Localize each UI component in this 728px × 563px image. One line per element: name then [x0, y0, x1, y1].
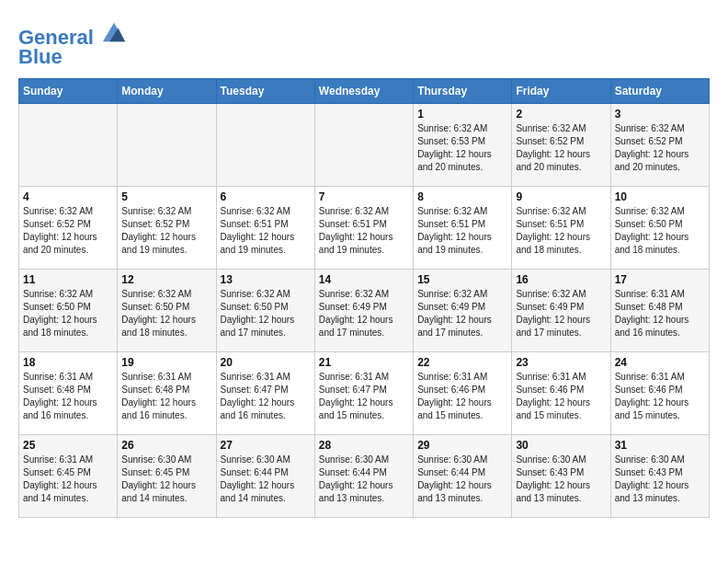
day-info: Sunrise: 6:30 AM Sunset: 6:44 PM Dayligh…: [319, 454, 409, 505]
calendar-cell: 27Sunrise: 6:30 AM Sunset: 6:44 PM Dayli…: [216, 435, 314, 518]
calendar-cell: 10Sunrise: 6:32 AM Sunset: 6:50 PM Dayli…: [610, 187, 709, 270]
week-row-5: 25Sunrise: 6:31 AM Sunset: 6:45 PM Dayli…: [19, 435, 710, 518]
day-number: 1: [417, 108, 507, 121]
logo-icon: [101, 18, 127, 44]
day-number: 25: [23, 439, 113, 452]
day-number: 31: [615, 439, 705, 452]
day-info: Sunrise: 6:31 AM Sunset: 6:48 PM Dayligh…: [121, 371, 211, 422]
day-info: Sunrise: 6:30 AM Sunset: 6:44 PM Dayligh…: [221, 454, 311, 505]
day-number: 5: [121, 190, 211, 203]
day-number: 11: [23, 273, 113, 286]
day-info: Sunrise: 6:32 AM Sunset: 6:49 PM Dayligh…: [417, 288, 507, 339]
day-number: 28: [319, 439, 409, 452]
day-info: Sunrise: 6:32 AM Sunset: 6:52 PM Dayligh…: [615, 122, 705, 174]
day-info: Sunrise: 6:32 AM Sunset: 6:51 PM Dayligh…: [417, 205, 507, 257]
day-number: 15: [417, 273, 507, 286]
day-info: Sunrise: 6:32 AM Sunset: 6:51 PM Dayligh…: [516, 205, 606, 257]
calendar-cell: [118, 104, 216, 187]
calendar-cell: 22Sunrise: 6:31 AM Sunset: 6:46 PM Dayli…: [414, 352, 512, 435]
day-info: Sunrise: 6:30 AM Sunset: 6:45 PM Dayligh…: [121, 454, 211, 505]
day-number: 16: [516, 273, 606, 286]
day-number: 19: [121, 356, 211, 369]
calendar-cell: 28Sunrise: 6:30 AM Sunset: 6:44 PM Dayli…: [314, 435, 413, 518]
calendar-cell: 24Sunrise: 6:31 AM Sunset: 6:46 PM Dayli…: [610, 352, 709, 435]
calendar-cell: 13Sunrise: 6:32 AM Sunset: 6:50 PM Dayli…: [216, 270, 314, 352]
day-info: Sunrise: 6:32 AM Sunset: 6:53 PM Dayligh…: [417, 122, 507, 174]
calendar-cell: 17Sunrise: 6:31 AM Sunset: 6:48 PM Dayli…: [610, 270, 709, 352]
day-info: Sunrise: 6:31 AM Sunset: 6:45 PM Dayligh…: [23, 454, 113, 505]
day-number: 23: [516, 356, 606, 369]
day-number: 10: [615, 190, 705, 203]
day-info: Sunrise: 6:30 AM Sunset: 6:43 PM Dayligh…: [615, 454, 705, 505]
day-info: Sunrise: 6:32 AM Sunset: 6:52 PM Dayligh…: [23, 205, 113, 257]
day-number: 24: [615, 356, 705, 369]
logo: General Blue: [18, 18, 127, 69]
day-number: 4: [23, 190, 113, 203]
calendar-cell: 14Sunrise: 6:32 AM Sunset: 6:49 PM Dayli…: [314, 270, 413, 352]
day-number: 21: [319, 356, 409, 369]
calendar-cell: 19Sunrise: 6:31 AM Sunset: 6:48 PM Dayli…: [118, 352, 216, 435]
day-number: 18: [23, 356, 113, 369]
day-number: 6: [221, 190, 311, 203]
week-row-2: 4Sunrise: 6:32 AM Sunset: 6:52 PM Daylig…: [19, 187, 710, 270]
day-number: 3: [615, 108, 705, 121]
weekday-header-wednesday: Wednesday: [314, 79, 413, 104]
day-number: 2: [516, 108, 606, 121]
day-info: Sunrise: 6:31 AM Sunset: 6:46 PM Dayligh…: [615, 371, 705, 422]
weekday-header-saturday: Saturday: [610, 79, 709, 104]
calendar-cell: [216, 104, 314, 187]
day-info: Sunrise: 6:32 AM Sunset: 6:52 PM Dayligh…: [516, 122, 606, 174]
day-number: 27: [221, 439, 311, 452]
week-row-1: 1Sunrise: 6:32 AM Sunset: 6:53 PM Daylig…: [19, 104, 710, 187]
day-info: Sunrise: 6:32 AM Sunset: 6:51 PM Dayligh…: [221, 205, 311, 257]
day-number: 14: [319, 273, 409, 286]
day-number: 26: [121, 439, 211, 452]
calendar-cell: 18Sunrise: 6:31 AM Sunset: 6:48 PM Dayli…: [19, 352, 118, 435]
calendar-cell: 6Sunrise: 6:32 AM Sunset: 6:51 PM Daylig…: [216, 187, 314, 270]
calendar-cell: 5Sunrise: 6:32 AM Sunset: 6:52 PM Daylig…: [118, 187, 216, 270]
calendar-cell: 30Sunrise: 6:30 AM Sunset: 6:43 PM Dayli…: [512, 435, 610, 518]
calendar-table: SundayMondayTuesdayWednesdayThursdayFrid…: [18, 78, 710, 518]
day-info: Sunrise: 6:30 AM Sunset: 6:43 PM Dayligh…: [516, 454, 606, 505]
calendar-cell: 31Sunrise: 6:30 AM Sunset: 6:43 PM Dayli…: [610, 435, 709, 518]
day-info: Sunrise: 6:30 AM Sunset: 6:44 PM Dayligh…: [417, 454, 507, 505]
day-info: Sunrise: 6:32 AM Sunset: 6:49 PM Dayligh…: [516, 288, 606, 339]
calendar-cell: [314, 104, 413, 187]
day-info: Sunrise: 6:32 AM Sunset: 6:50 PM Dayligh…: [121, 288, 211, 339]
calendar-cell: 16Sunrise: 6:32 AM Sunset: 6:49 PM Dayli…: [512, 270, 610, 352]
day-info: Sunrise: 6:31 AM Sunset: 6:48 PM Dayligh…: [23, 371, 113, 422]
day-info: Sunrise: 6:31 AM Sunset: 6:46 PM Dayligh…: [516, 371, 606, 422]
calendar-cell: 23Sunrise: 6:31 AM Sunset: 6:46 PM Dayli…: [512, 352, 610, 435]
week-row-3: 11Sunrise: 6:32 AM Sunset: 6:50 PM Dayli…: [19, 270, 710, 352]
day-info: Sunrise: 6:32 AM Sunset: 6:51 PM Dayligh…: [319, 205, 409, 257]
day-number: 20: [221, 356, 311, 369]
calendar-cell: 2Sunrise: 6:32 AM Sunset: 6:52 PM Daylig…: [512, 104, 610, 187]
weekday-header-friday: Friday: [512, 79, 610, 104]
weekday-header-tuesday: Tuesday: [216, 79, 314, 104]
week-row-4: 18Sunrise: 6:31 AM Sunset: 6:48 PM Dayli…: [19, 352, 710, 435]
day-number: 29: [417, 439, 507, 452]
day-info: Sunrise: 6:32 AM Sunset: 6:50 PM Dayligh…: [615, 205, 705, 257]
calendar-cell: 20Sunrise: 6:31 AM Sunset: 6:47 PM Dayli…: [216, 352, 314, 435]
weekday-header-monday: Monday: [118, 79, 216, 104]
calendar-cell: 15Sunrise: 6:32 AM Sunset: 6:49 PM Dayli…: [414, 270, 512, 352]
day-number: 30: [516, 439, 606, 452]
day-number: 12: [121, 273, 211, 286]
calendar-cell: 7Sunrise: 6:32 AM Sunset: 6:51 PM Daylig…: [314, 187, 413, 270]
day-info: Sunrise: 6:31 AM Sunset: 6:47 PM Dayligh…: [221, 371, 311, 422]
weekday-header-row: SundayMondayTuesdayWednesdayThursdayFrid…: [19, 79, 710, 104]
day-number: 13: [221, 273, 311, 286]
day-info: Sunrise: 6:32 AM Sunset: 6:52 PM Dayligh…: [121, 205, 211, 257]
day-number: 22: [417, 356, 507, 369]
day-info: Sunrise: 6:32 AM Sunset: 6:50 PM Dayligh…: [221, 288, 311, 339]
calendar-cell: 26Sunrise: 6:30 AM Sunset: 6:45 PM Dayli…: [118, 435, 216, 518]
page-header: General Blue: [18, 18, 710, 69]
calendar-cell: 8Sunrise: 6:32 AM Sunset: 6:51 PM Daylig…: [414, 187, 512, 270]
calendar-cell: 3Sunrise: 6:32 AM Sunset: 6:52 PM Daylig…: [610, 104, 709, 187]
day-info: Sunrise: 6:32 AM Sunset: 6:49 PM Dayligh…: [319, 288, 409, 339]
calendar-cell: 21Sunrise: 6:31 AM Sunset: 6:47 PM Dayli…: [314, 352, 413, 435]
calendar-cell: 9Sunrise: 6:32 AM Sunset: 6:51 PM Daylig…: [512, 187, 610, 270]
calendar-cell: 1Sunrise: 6:32 AM Sunset: 6:53 PM Daylig…: [414, 104, 512, 187]
day-info: Sunrise: 6:31 AM Sunset: 6:46 PM Dayligh…: [417, 371, 507, 422]
calendar-cell: [19, 104, 118, 187]
